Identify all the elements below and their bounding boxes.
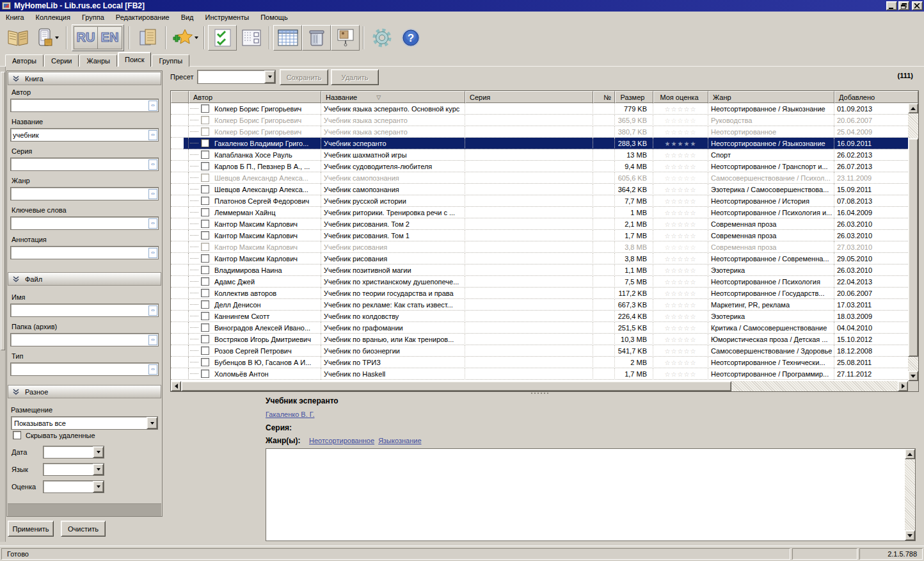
- send-to-device-button[interactable]: [32, 25, 63, 51]
- series-cell[interactable]: [465, 357, 593, 368]
- added-cell[interactable]: 29.05.2010: [834, 253, 908, 264]
- number-cell[interactable]: [593, 207, 615, 218]
- field-input[interactable]: [13, 364, 147, 374]
- genre-link-0[interactable]: Неотсортированное: [309, 437, 374, 444]
- column-header-4[interactable]: №: [593, 91, 615, 103]
- number-cell[interactable]: [593, 288, 615, 299]
- check-list-button[interactable]: [208, 25, 237, 51]
- title-cell[interactable]: Учебник эсперанто: [321, 138, 465, 149]
- expand-field-icon[interactable]: ‹›: [148, 248, 157, 258]
- save-preset-button[interactable]: Сохранить: [280, 69, 328, 85]
- row-checkbox[interactable]: [201, 370, 209, 378]
- author-cell[interactable]: Шевцов Александр Алекса...: [189, 172, 321, 184]
- rating-cell[interactable]: ☆☆☆☆☆: [653, 322, 708, 334]
- author-cell[interactable]: Каннингем Скотт: [189, 311, 321, 322]
- author-cell[interactable]: Розов Сергей Петрович: [189, 345, 321, 357]
- settings-button[interactable]: [367, 25, 396, 51]
- title-cell[interactable]: Учебник судоводителя-любителя: [321, 161, 465, 172]
- size-cell[interactable]: 380,7 KB: [615, 126, 653, 138]
- menu-5[interactable]: Инструменты: [200, 12, 255, 23]
- genre-cell[interactable]: Неотсортированное / Программир...: [708, 368, 834, 380]
- series-cell[interactable]: [465, 241, 593, 253]
- combo-select[interactable]: [43, 463, 104, 476]
- menu-0[interactable]: Книга: [0, 12, 30, 23]
- series-cell[interactable]: [465, 149, 593, 161]
- rating-cell[interactable]: ☆☆☆☆☆: [653, 207, 708, 218]
- number-cell[interactable]: [593, 322, 615, 334]
- clear-button[interactable]: Очистить: [61, 521, 106, 537]
- row-checkbox[interactable]: [201, 162, 209, 170]
- genre-cell[interactable]: Спорт: [708, 149, 834, 161]
- field-input[interactable]: [13, 159, 147, 169]
- genre-cell[interactable]: Неотсортированное / Современна...: [708, 253, 834, 264]
- number-cell[interactable]: [593, 311, 615, 322]
- rating-cell[interactable]: ☆☆☆☆☆: [653, 126, 708, 138]
- table-row[interactable]: Колкер Борис ГригорьевичУчебник языка эс…: [171, 103, 908, 115]
- genre-cell[interactable]: Неотсортированное / Языкознание: [708, 103, 834, 115]
- number-cell[interactable]: [593, 357, 615, 368]
- size-cell[interactable]: 251,5 KB: [615, 322, 653, 334]
- field-input[interactable]: [13, 218, 147, 228]
- scroll-up-button[interactable]: [908, 103, 918, 113]
- genre-cell[interactable]: Самосовершенствование / Психол...: [708, 172, 834, 184]
- series-cell[interactable]: [465, 334, 593, 345]
- column-header-6[interactable]: Моя оценка: [653, 91, 708, 103]
- author-cell[interactable]: Колкер Борис Григорьевич: [189, 126, 321, 138]
- rating-cell[interactable]: ☆☆☆☆☆: [653, 288, 708, 299]
- table-row[interactable]: Шевцов Александр Алекса...Учебник самопо…: [171, 172, 908, 184]
- author-cell[interactable]: Леммерман Хайнц: [189, 207, 321, 218]
- size-cell[interactable]: 667,3 KB: [615, 299, 653, 311]
- added-cell[interactable]: 20.06.2007: [834, 115, 908, 126]
- title-cell[interactable]: Учебник языка эсперанто. Основной курс: [321, 103, 465, 115]
- rating-cell[interactable]: ☆☆☆☆☆: [653, 264, 708, 276]
- added-cell[interactable]: 26.02.2013: [834, 149, 908, 161]
- series-cell[interactable]: [465, 299, 593, 311]
- row-checkbox[interactable]: [201, 150, 209, 159]
- genre-cell[interactable]: Неотсортированное / Транспорт и...: [708, 161, 834, 172]
- genre-cell[interactable]: Современная проза: [708, 218, 834, 230]
- rating-cell[interactable]: ☆☆☆☆☆: [653, 299, 708, 311]
- title-cell[interactable]: Учебник по графомании: [321, 322, 465, 334]
- rating-cell[interactable]: ☆☆☆☆☆: [653, 276, 708, 288]
- row-checkbox[interactable]: [201, 116, 209, 124]
- rating-cell[interactable]: ☆☆☆☆☆: [653, 172, 708, 184]
- added-cell[interactable]: 25.08.2011: [834, 357, 908, 368]
- series-cell[interactable]: [465, 195, 593, 207]
- table-row[interactable]: Востряков Игорь ДмитриевичУчебник по вра…: [171, 334, 908, 345]
- section-header-file[interactable]: Файл: [8, 272, 161, 286]
- rating-cell[interactable]: ☆☆☆☆☆: [653, 218, 708, 230]
- number-cell[interactable]: [593, 218, 615, 230]
- genre-cell[interactable]: Современная проза: [708, 241, 834, 253]
- genre-cell[interactable]: Неотсортированное: [708, 126, 834, 138]
- annotation-box[interactable]: [266, 448, 916, 541]
- splitter-handle[interactable]: [531, 392, 549, 394]
- genre-cell[interactable]: Неотсортированное / Психология: [708, 276, 834, 288]
- table-row[interactable]: Кантор Максим КарловичУчебник рисования.…: [171, 218, 908, 230]
- title-cell[interactable]: Учебник рисования. Том 2: [321, 218, 465, 230]
- added-cell[interactable]: 23.11.2009: [834, 172, 908, 184]
- author-cell[interactable]: Капабланка Хосе Рауль: [189, 149, 321, 161]
- series-cell[interactable]: [465, 184, 593, 195]
- table-row[interactable]: Холомьёв АнтонУчебник по Haskell1,7 MB☆☆…: [171, 368, 908, 380]
- combo-select[interactable]: [43, 446, 104, 459]
- number-cell[interactable]: [593, 126, 615, 138]
- size-cell[interactable]: 3,8 MB: [615, 253, 653, 264]
- added-cell[interactable]: 22.04.2013: [834, 276, 908, 288]
- field-input[interactable]: [13, 101, 147, 110]
- menu-2[interactable]: Группа: [76, 12, 110, 23]
- series-cell[interactable]: [465, 138, 593, 149]
- number-cell[interactable]: [593, 264, 615, 276]
- table-row[interactable]: Адамс ДжейУчебник по христианскому душеп…: [171, 276, 908, 288]
- tab-1[interactable]: Серии: [44, 54, 79, 67]
- added-cell[interactable]: 04.04.2010: [834, 322, 908, 334]
- scroll-right-button[interactable]: [898, 381, 908, 391]
- field-input[interactable]: [13, 305, 147, 315]
- author-cell[interactable]: Адамс Джей: [189, 276, 321, 288]
- title-cell[interactable]: Учебник по Haskell: [321, 368, 465, 380]
- tab-4[interactable]: Группы: [152, 54, 189, 67]
- series-cell[interactable]: [465, 264, 593, 276]
- column-header-2[interactable]: Название▽: [321, 91, 465, 103]
- scroll-down-button[interactable]: [905, 530, 915, 541]
- author-cell[interactable]: Кантор Максим Карлович: [189, 253, 321, 264]
- number-cell[interactable]: [593, 184, 615, 195]
